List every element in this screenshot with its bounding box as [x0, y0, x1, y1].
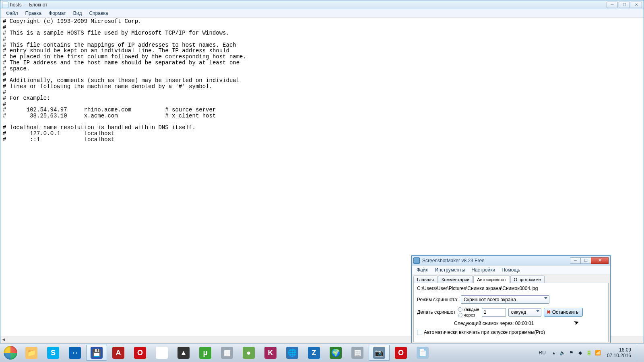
z-app-icon: Z	[308, 347, 320, 359]
ss-panel: C:\Users\User\Pictures\Снимки экрана\Сни…	[413, 283, 609, 342]
scroll-left-icon[interactable]: ◄	[0, 337, 7, 343]
menu-view[interactable]: Вид	[70, 10, 85, 17]
ss-tabstrip: Главная Комментарии Автоскриншот О прогр…	[413, 275, 609, 283]
tray-up-icon[interactable]: ▴	[551, 350, 557, 356]
taskbar-item[interactable]: 📷	[369, 345, 390, 361]
tray-network-icon[interactable]: 📶	[595, 350, 601, 356]
ss-interval-input[interactable]	[482, 308, 506, 317]
ss-save-path: C:\Users\User\Pictures\Снимки экрана\Сни…	[417, 286, 605, 291]
taskbar-item[interactable]: 📁	[21, 345, 42, 361]
taskbar-item[interactable]: ▲	[173, 345, 194, 361]
menu-edit[interactable]: Правка	[22, 10, 45, 17]
opera-icon: O	[395, 347, 407, 359]
ss-radio-every[interactable]: каждые	[458, 307, 479, 312]
maximize-button[interactable]: ☐	[619, 2, 630, 8]
windows-logo-icon	[4, 346, 17, 360]
show-desktop-button[interactable]	[637, 345, 642, 361]
adobe-reader-icon: A	[112, 347, 124, 359]
minimize-button[interactable]: ─	[607, 2, 618, 8]
chrome-icon: ◉	[156, 347, 168, 359]
system-tray: RU ▴ 🔈 ⚑ ◆ 🔋 📶 16:09 07.10.2016	[537, 345, 642, 361]
taskbar-item[interactable]: ●	[238, 345, 259, 361]
ss-stop-button[interactable]: ✖ Остановить	[544, 308, 583, 317]
ss-radio-after[interactable]: через	[458, 313, 479, 317]
taskbar-item[interactable]: K	[260, 345, 281, 361]
ss-tab-comments[interactable]: Комментарии	[438, 276, 473, 283]
taskbar-item[interactable]: ↔	[64, 345, 85, 361]
ss-mode-value: Скриншот всего экрана	[464, 297, 516, 302]
chevron-down-icon	[536, 310, 539, 312]
globe-blue-icon: 🌐	[286, 347, 298, 359]
tray-power-icon[interactable]: 🔋	[586, 350, 592, 356]
ss-menubar: Файл Инструменты Настройки Помощь	[412, 265, 610, 274]
checkbox-icon	[417, 330, 422, 335]
taskbar-item[interactable]: A	[108, 345, 129, 361]
ss-tab-about[interactable]: О программе	[510, 276, 545, 283]
ss-menu-settings[interactable]: Настройки	[468, 266, 498, 274]
ss-titlebar[interactable]: ScreenshotMaker v8.23 Free ─ ☐ ✕	[412, 256, 610, 265]
notepad-menubar: Файл Правка Формат Вид Справка	[0, 9, 644, 18]
ss-next-countdown: Следующий снимок через: 00:00:01	[454, 321, 605, 326]
ss-title: ScreenshotMaker v8.23 Free	[422, 258, 485, 263]
circle-icon: ●	[243, 347, 255, 359]
input-language[interactable]: RU	[537, 350, 547, 356]
screenshotmaker-window: ScreenshotMaker v8.23 Free ─ ☐ ✕ Файл Ин…	[411, 255, 611, 343]
taskbar-item[interactable]: O	[390, 345, 411, 361]
notepad-titlebar[interactable]: hosts — Блокнот ─ ☐ ✕	[0, 0, 644, 9]
taskbar-item[interactable]: 📄	[412, 345, 433, 361]
menu-format[interactable]: Формат	[45, 10, 69, 17]
taskbar-item[interactable]: ◉	[151, 345, 172, 361]
ss-unit-value: секунд	[511, 309, 526, 315]
teamviewer-icon: ↔	[69, 347, 81, 359]
opera-old-icon: O	[134, 347, 146, 359]
ss-tab-main[interactable]: Главная	[413, 276, 438, 283]
taskbar-item[interactable]: 💾	[86, 345, 107, 361]
taskbar-clock[interactable]: 16:09 07.10.2016	[605, 347, 634, 359]
menu-help[interactable]: Справка	[86, 10, 111, 17]
ss-autostart-label: Автоматически включать при запуске прогр…	[424, 329, 545, 335]
taskbar: 📁S↔💾AO◉▲μ▦●K🌐Z🌍▤📷O📄 RU ▴ 🔈 ⚑ ◆ 🔋 📶 16:09…	[0, 343, 644, 362]
clock-date: 07.10.2016	[607, 353, 631, 358]
tray-flag-icon[interactable]: ⚑	[568, 350, 575, 356]
calc-icon: ▦	[221, 347, 233, 359]
ss-app-icon	[413, 257, 420, 264]
taskbar-item[interactable]: μ	[195, 345, 216, 361]
taskmgr-icon: ▤	[351, 347, 363, 359]
notepad-app-icon	[2, 2, 8, 8]
ss-close-button[interactable]: ✕	[591, 257, 609, 264]
note-icon: 📄	[417, 347, 429, 359]
ss-maximize-button[interactable]: ☐	[580, 257, 591, 264]
chevron-down-icon	[544, 297, 547, 299]
x-icon: ✖	[547, 309, 551, 315]
explorer-icon: 📁	[25, 347, 37, 359]
taskbar-item[interactable]: O	[130, 345, 151, 361]
taskbar-item[interactable]: 🌍	[325, 345, 346, 361]
skype-icon: S	[47, 347, 59, 359]
taskbar-item[interactable]: S	[43, 345, 64, 361]
ss-mode-label: Режим скриншота:	[417, 297, 458, 302]
ss-interval-radios: каждые через	[458, 307, 479, 317]
menu-file[interactable]: Файл	[3, 10, 21, 17]
ss-tab-autoscreenshot[interactable]: Автоскриншот	[473, 276, 510, 283]
ss-minimize-button[interactable]: ─	[570, 257, 580, 264]
save-icon: 💾	[91, 347, 103, 359]
ss-unit-select[interactable]: секунд	[508, 308, 541, 317]
globe-green-icon: 🌍	[330, 347, 342, 359]
ss-menu-help[interactable]: Помощь	[498, 266, 523, 274]
tray-shield-icon[interactable]: ◆	[577, 350, 584, 356]
ss-menu-tools[interactable]: Инструменты	[432, 266, 469, 274]
taskbar-item[interactable]: ▦	[217, 345, 237, 361]
taskbar-item[interactable]: 🌐	[282, 345, 303, 361]
taskbar-item[interactable]: ▤	[347, 345, 368, 361]
taskbar-item[interactable]: Z	[303, 345, 324, 361]
notepad-title: hosts — Блокнот	[10, 2, 47, 8]
taskbar-items: 📁S↔💾AO◉▲μ▦●K🌐Z🌍▤📷O📄	[21, 345, 433, 361]
ss-menu-file[interactable]: Файл	[413, 266, 432, 274]
aimp-icon: ▲	[178, 347, 190, 359]
camera-icon: 📷	[373, 347, 385, 359]
ss-autostart-checkbox[interactable]: Автоматически включать при запуске прогр…	[417, 329, 605, 335]
tray-volume-icon[interactable]: 🔈	[559, 350, 566, 356]
ss-mode-select[interactable]: Скриншот всего экрана	[461, 295, 549, 304]
close-button[interactable]: ✕	[631, 2, 642, 8]
start-button[interactable]	[2, 345, 19, 360]
